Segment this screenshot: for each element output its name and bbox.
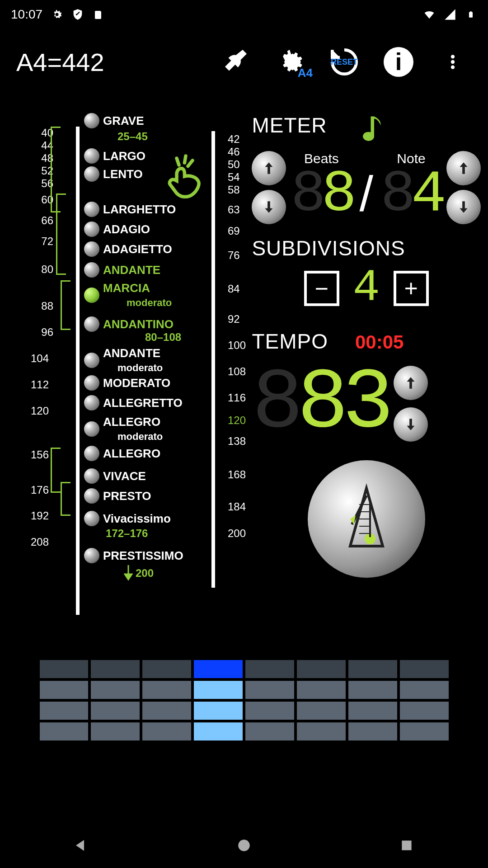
marking-andantino[interactable]: ANDANTINO (84, 316, 174, 332)
marking-vivace[interactable]: VIVACE (84, 468, 146, 484)
meter-slash: / (359, 165, 373, 222)
beat-cell[interactable] (142, 681, 191, 699)
cell-signal-icon (444, 8, 456, 21)
note-up-button[interactable] (446, 151, 481, 185)
beat-cell[interactable] (245, 660, 294, 678)
subdivisions-decrement-button[interactable]: − (304, 271, 339, 306)
info-button[interactable]: i (380, 43, 418, 81)
reset-button[interactable]: RESET (325, 43, 363, 81)
tick-value: 92 (228, 313, 255, 326)
nav-home-button[interactable] (234, 835, 254, 855)
beat-cell[interactable] (245, 722, 294, 741)
beat-cell[interactable] (348, 660, 397, 678)
beat-cell-active[interactable] (194, 722, 243, 741)
marking-range: 80–108 (145, 331, 181, 344)
tick-value: 80 (26, 263, 53, 276)
beats-down-button[interactable] (252, 190, 286, 224)
marking-range: 25–45 (117, 130, 148, 143)
shield-icon (71, 8, 84, 21)
beat-cell[interactable] (400, 722, 449, 741)
note-down-button[interactable] (446, 190, 481, 224)
beat-cell[interactable] (40, 702, 89, 720)
marking-allegro-moderato[interactable]: ALLEGROmoderato (84, 415, 163, 443)
svg-point-2 (451, 55, 455, 58)
tick-value: 58 (228, 184, 255, 196)
gear-icon (51, 8, 63, 21)
marking-lento[interactable]: LENTO (84, 166, 143, 182)
tick-value: 52 (26, 165, 53, 177)
tick-value: 76 (228, 249, 255, 262)
tempo-scale[interactable]: 40 44 48 52 56 60 66 72 80 88 96 104 112… (7, 113, 243, 610)
beat-cell[interactable] (400, 660, 449, 678)
marking-largo[interactable]: LARGO (84, 148, 145, 164)
marking-allegro[interactable]: ALLEGRO (84, 446, 160, 461)
beat-cell[interactable] (348, 681, 397, 699)
beat-cell-active[interactable] (194, 681, 243, 699)
beat-cell[interactable] (245, 681, 294, 699)
tick-value: 176 (22, 484, 49, 496)
sd-card-icon (92, 8, 105, 21)
beat-cell[interactable] (348, 702, 397, 720)
scale-down-arrow: 200 (124, 565, 154, 581)
tick-value: 72 (26, 235, 53, 248)
beat-row (40, 702, 449, 720)
marking-adagietto[interactable]: ADAGIETTO (84, 241, 172, 257)
settings-a4-button[interactable]: A4 (271, 43, 309, 81)
battery-icon (465, 8, 477, 21)
marking-moderato[interactable]: MODERATO (84, 375, 170, 391)
beat-cell[interactable] (245, 702, 294, 720)
beat-cell[interactable] (91, 660, 140, 678)
beat-grid[interactable] (40, 660, 449, 741)
beats-value: 8 (321, 161, 352, 228)
nav-back-button[interactable] (71, 835, 91, 855)
tempo-up-button[interactable] (394, 366, 428, 400)
wifi-icon (423, 8, 436, 21)
beats-up-button[interactable] (252, 151, 286, 185)
tempo-down-button[interactable] (394, 407, 428, 442)
beat-cell[interactable] (40, 722, 89, 741)
beat-cell[interactable] (91, 702, 140, 720)
tick-value: 69 (228, 225, 255, 237)
nav-recent-button[interactable] (397, 835, 417, 855)
beat-cell[interactable] (297, 702, 346, 720)
tuning-label[interactable]: A4=442 (16, 47, 217, 77)
svg-text:i: i (395, 48, 402, 75)
beat-cell[interactable] (40, 681, 89, 699)
beat-row (40, 660, 449, 678)
marking-andante-moderato[interactable]: ANDANTEmoderato (84, 346, 163, 374)
tick-value: 66 (26, 214, 53, 227)
beat-cell[interactable] (142, 722, 191, 741)
beat-cell[interactable] (297, 681, 346, 699)
tick-value: 138 (228, 435, 255, 448)
more-menu-button[interactable] (434, 43, 472, 81)
tick-value: 108 (228, 365, 255, 378)
marking-adagio[interactable]: ADAGIO (84, 222, 150, 237)
beat-cell[interactable] (142, 702, 191, 720)
status-bar: 10:07 (0, 0, 488, 29)
marking-grave[interactable]: GRAVE (84, 113, 144, 128)
beat-cell[interactable] (40, 660, 89, 678)
beat-cell[interactable] (400, 681, 449, 699)
marking-prestissimo[interactable]: PRESTISSIMO (84, 548, 183, 563)
subdivisions-title: SUBDIVISIONS (252, 236, 481, 260)
marking-marcia[interactable]: MARCIAmoderato (84, 281, 172, 309)
tick-value: 156 (22, 448, 49, 461)
tuning-fork-button[interactable] (217, 43, 255, 81)
marking-vivacissimo[interactable]: Vivacissimo (84, 511, 171, 526)
beat-cell[interactable] (142, 660, 191, 678)
marking-allegretto[interactable]: ALLEGRETTO (84, 395, 183, 410)
app-toolbar: A4=442 A4 RESET i (0, 29, 488, 95)
beat-cell-active[interactable] (194, 702, 243, 720)
beat-cell[interactable] (91, 681, 140, 699)
beat-cell[interactable] (348, 722, 397, 741)
beat-cell-active[interactable] (194, 660, 243, 678)
tick-value: 120 (22, 405, 49, 417)
play-metronome-button[interactable] (308, 460, 425, 578)
marking-andante[interactable]: ANDANTE (84, 262, 160, 278)
beat-cell[interactable] (400, 702, 449, 720)
marking-presto[interactable]: PRESTO (84, 488, 151, 504)
beat-cell[interactable] (297, 660, 346, 678)
subdivisions-increment-button[interactable]: + (394, 271, 429, 306)
beat-cell[interactable] (297, 722, 346, 741)
beat-cell[interactable] (91, 722, 140, 741)
